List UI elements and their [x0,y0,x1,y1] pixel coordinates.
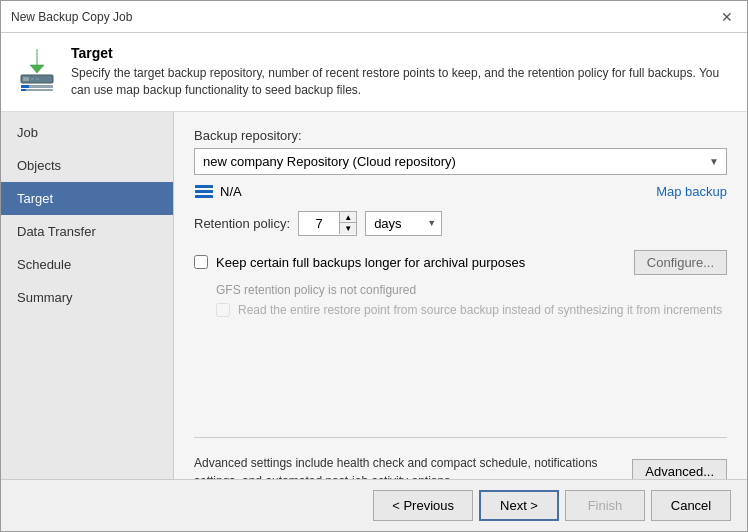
header-section: Target Specify the target backup reposit… [1,33,747,112]
advanced-button[interactable]: Advanced... [632,459,727,479]
main-window: New Backup Copy Job ✕ Target S [0,0,748,532]
keep-backups-checkbox[interactable] [194,255,208,269]
previous-button[interactable]: < Previous [373,490,473,521]
sidebar-item-job[interactable]: Job [1,116,173,149]
svg-rect-11 [195,195,213,198]
retention-label: Retention policy: [194,216,290,231]
days-select[interactable]: days weeks months [365,211,442,236]
svg-rect-8 [21,89,26,91]
backup-repository-select[interactable]: new company Repository (Cloud repository… [194,148,727,175]
cancel-button[interactable]: Cancel [651,490,731,521]
na-row: N/A Map backup [194,183,727,201]
header-text: Target Specify the target backup reposit… [71,45,731,99]
target-icon [17,47,57,91]
header-icon [17,45,57,93]
spinner-up-button[interactable]: ▲ [340,212,356,223]
sidebar-item-target[interactable]: Target [1,182,173,215]
svg-rect-2 [31,78,34,80]
advanced-section: Advanced settings include health check a… [194,437,727,479]
read-restore-checkbox [216,303,230,317]
sidebar-item-data-transfer[interactable]: Data Transfer [1,215,173,248]
na-text: N/A [220,184,242,199]
window-title: New Backup Copy Job [11,10,132,24]
keep-backups-label: Keep certain full backups longer for arc… [216,255,525,270]
database-icon [194,183,214,201]
svg-marker-4 [30,49,44,73]
backup-repository-wrapper: new company Repository (Cloud repository… [194,148,727,175]
sidebar-item-summary[interactable]: Summary [1,281,173,314]
svg-rect-3 [36,78,39,80]
days-wrapper: days weeks months ▼ [365,211,442,236]
configure-button[interactable]: Configure... [634,250,727,275]
read-restore-label: Read the entire restore point from sourc… [238,303,722,317]
map-backup-link[interactable]: Map backup [656,184,727,199]
close-button[interactable]: ✕ [717,7,737,27]
svg-rect-10 [195,190,213,193]
sidebar-item-schedule[interactable]: Schedule [1,248,173,281]
spinner-down-button[interactable]: ▼ [340,223,356,234]
sub-checkbox-row: Read the entire restore point from sourc… [216,303,727,317]
content-area: Job Objects Target Data Transfer Schedul… [1,112,747,479]
svg-rect-6 [21,85,29,88]
title-bar: New Backup Copy Job ✕ [1,1,747,33]
advanced-text: Advanced settings include health check a… [194,454,620,479]
header-title: Target [71,45,731,61]
backup-repository-label: Backup repository: [194,128,727,143]
main-panel: Backup repository: new company Repositor… [174,112,747,479]
next-button[interactable]: Next > [479,490,559,521]
gfs-text: GFS retention policy is not configured [216,283,727,297]
footer: < Previous Next > Finish Cancel [1,479,747,531]
header-description: Specify the target backup repository, nu… [71,65,731,99]
svg-rect-9 [195,185,213,188]
keep-backups-row: Keep certain full backups longer for arc… [194,250,727,275]
sidebar: Job Objects Target Data Transfer Schedul… [1,112,174,479]
svg-rect-1 [23,77,29,81]
sidebar-item-objects[interactable]: Objects [1,149,173,182]
retention-row: Retention policy: ▲ ▼ days weeks months … [194,211,727,236]
retention-input[interactable] [299,212,339,235]
finish-button[interactable]: Finish [565,490,645,521]
spinner-buttons: ▲ ▼ [339,212,356,234]
retention-spinner: ▲ ▼ [298,211,357,236]
